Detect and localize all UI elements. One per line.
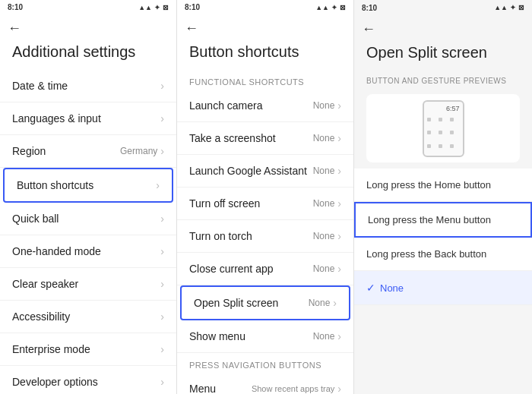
chevron-icon: › xyxy=(160,343,164,355)
list-item-region[interactable]: Region Germany › xyxy=(0,135,176,168)
chevron-icon: › xyxy=(337,99,341,112)
chevron-icon: › xyxy=(160,278,164,290)
time-3: 8:10 xyxy=(362,4,377,12)
chevron-icon: › xyxy=(160,145,164,157)
status-bar-2: 8:10 ▲▲✦⊠ xyxy=(177,0,353,14)
phone-preview: 6:57 xyxy=(423,100,464,157)
chevron-icon: › xyxy=(160,80,164,92)
section-nav-buttons: PRESS NAVIGATION BUTTONS xyxy=(177,353,353,373)
subheading-preview: BUTTON AND GESTURE PREVIEWS xyxy=(354,71,532,88)
list-item-quickball[interactable]: Quick ball › xyxy=(0,203,176,235)
time-1: 8:10 xyxy=(8,3,23,11)
chevron-icon: › xyxy=(337,230,341,242)
option-menu-button[interactable]: Long press the Menu button xyxy=(354,202,532,238)
chevron-icon: › xyxy=(160,376,164,388)
item-google-assistant[interactable]: Launch Google Assistant None › xyxy=(177,155,353,188)
chevron-icon: › xyxy=(337,330,341,342)
chevron-icon: › xyxy=(337,165,341,177)
dot xyxy=(439,131,442,134)
chevron-icon: › xyxy=(337,132,341,144)
list-item-enterprise[interactable]: Enterprise mode › xyxy=(0,333,176,366)
option-back-button[interactable]: Long press the Back button xyxy=(354,238,532,271)
panel2-title: Button shortcuts xyxy=(177,39,353,70)
panel-additional-settings: 8:10 ▲▲✦⊠ ← Additional settings Date & t… xyxy=(0,0,177,394)
status-icons-1: ▲▲✦⊠ xyxy=(138,4,169,11)
back-button-1[interactable]: ← xyxy=(0,14,176,39)
item-turn-off-screen[interactable]: Turn off screen None › xyxy=(177,188,353,220)
status-icons-3: ▲▲✦⊠ xyxy=(494,4,524,11)
list-item-clear-speaker[interactable]: Clear speaker › xyxy=(0,268,176,301)
back-button-2[interactable]: ← xyxy=(177,14,353,39)
list-item-button-shortcuts[interactable]: Button shortcuts › xyxy=(3,168,173,203)
chevron-icon: › xyxy=(160,213,164,225)
dot xyxy=(439,118,442,121)
preview-dots xyxy=(427,114,460,153)
chevron-icon: › xyxy=(160,310,164,323)
dot xyxy=(439,144,442,148)
section-functional: FUNCTIONAL SHORTCUTS xyxy=(177,70,353,90)
preview-time: 6:57 xyxy=(427,105,460,112)
panel3-title: Open Split screen xyxy=(354,40,532,71)
back-button-3[interactable]: ← xyxy=(354,15,532,40)
panel-open-split-screen: 8:10 ▲▲✦⊠ ← Open Split screen BUTTON AND… xyxy=(354,0,532,394)
dot xyxy=(427,131,431,134)
dot xyxy=(450,131,454,134)
chevron-icon: › xyxy=(333,297,337,309)
item-split-screen[interactable]: Open Split screen None › xyxy=(180,285,350,320)
status-bar-1: 8:10 ▲▲✦⊠ xyxy=(0,0,176,14)
gesture-preview-box: 6:57 xyxy=(366,94,520,162)
chevron-icon: › xyxy=(337,383,341,394)
chevron-icon: › xyxy=(160,112,164,125)
item-screenshot[interactable]: Take a screenshot None › xyxy=(177,122,353,155)
list-item-developer[interactable]: Developer options › xyxy=(0,366,176,394)
chevron-icon: › xyxy=(337,197,341,210)
dot xyxy=(427,118,431,121)
chevron-icon: › xyxy=(160,245,164,257)
list-item-languages[interactable]: Languages & input › xyxy=(0,102,176,135)
panel-button-shortcuts: 8:10 ▲▲✦⊠ ← Button shortcuts FUNCTIONAL … xyxy=(177,0,354,394)
panel1-title: Additional settings xyxy=(0,39,176,70)
option-home-button[interactable]: Long press the Home button xyxy=(354,169,532,202)
status-bar-3: 8:10 ▲▲✦⊠ xyxy=(354,0,532,15)
check-icon: ✓ xyxy=(366,282,375,294)
status-icons-2: ▲▲✦⊠ xyxy=(315,4,346,11)
list-item-region-right: Germany › xyxy=(120,145,164,157)
item-menu-nav[interactable]: Menu Show recent apps tray › xyxy=(177,373,353,394)
list-item-onehanded[interactable]: One-handed mode › xyxy=(0,235,176,268)
item-close-app[interactable]: Close current app None › xyxy=(177,253,353,285)
item-torch[interactable]: Turn on torch None › xyxy=(177,220,353,253)
item-launch-camera[interactable]: Launch camera None › xyxy=(177,90,353,122)
option-none[interactable]: ✓ None xyxy=(354,271,532,305)
list-item-date-time[interactable]: Date & time › xyxy=(0,70,176,102)
list-item-accessibility[interactable]: Accessibility › xyxy=(0,301,176,333)
time-2: 8:10 xyxy=(185,3,200,11)
dot xyxy=(450,144,454,148)
dot xyxy=(450,118,454,121)
chevron-icon: › xyxy=(337,263,341,275)
dot xyxy=(427,144,431,148)
item-show-menu[interactable]: Show menu None › xyxy=(177,320,353,353)
chevron-icon: › xyxy=(156,179,160,191)
